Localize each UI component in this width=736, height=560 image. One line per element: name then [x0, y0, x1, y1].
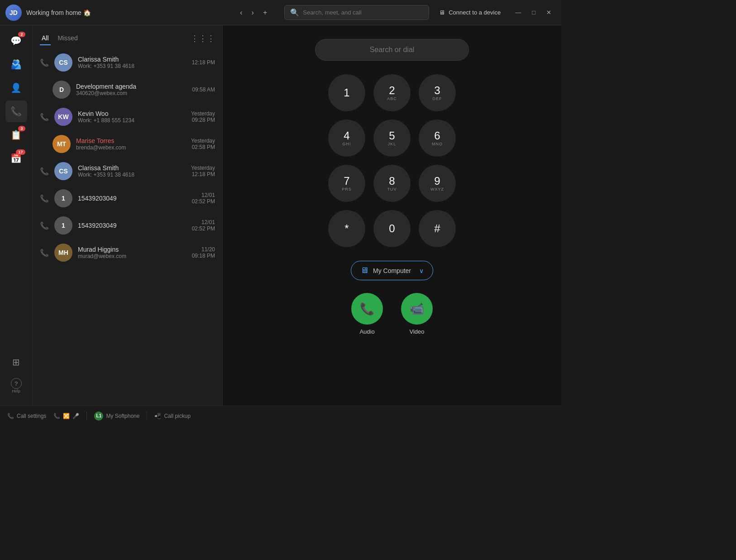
contact-detail: murad@webex.com — [78, 253, 186, 259]
call-status-icon: 📞 — [40, 249, 49, 257]
dial-key-star[interactable]: * — [328, 210, 365, 247]
main-content: 💬 2 🫂 👤 📞 📋 3 📅 17 ⊞ ? Help — [0, 25, 561, 406]
call-status-icon: 📞 — [40, 58, 49, 67]
search-icon: 🔍 — [290, 8, 299, 17]
sidebar-item-help[interactable]: ? Help — [5, 375, 27, 397]
dial-key-letters: PRS — [342, 187, 352, 191]
status-divider — [86, 412, 87, 421]
audio-call-button[interactable]: 📞 — [351, 293, 383, 325]
tab-missed[interactable]: Missed — [56, 32, 80, 45]
sidebar-item-calls[interactable]: 📞 — [5, 101, 27, 122]
contact-time: 09:58 AM — [192, 86, 215, 93]
list-item[interactable]: MT Marise Torres brenda@webex.com Yester… — [33, 130, 222, 158]
list-item[interactable]: 📞 KW Kevin Woo Work: +1 888 555 1234 Yes… — [33, 103, 222, 130]
call-settings-button[interactable]: 📞 Call settings — [7, 413, 46, 419]
sidebar-item-apps[interactable]: ⊞ — [5, 351, 27, 373]
call-pickup-icon: 📲 — [154, 413, 161, 419]
more-options-button[interactable]: ⋮⋮⋮ — [191, 34, 215, 43]
contact-time: Yesterday 02:58 PM — [191, 138, 215, 150]
call-pickup-button[interactable]: 📲 Call pickup — [154, 413, 191, 419]
dial-key-letters: MNO — [432, 142, 443, 146]
close-button[interactable]: ✕ — [542, 7, 556, 18]
device-label: My Computer — [373, 267, 411, 274]
list-item[interactable]: 📞 1 15439203049 12/01 02:52 PM — [33, 212, 222, 239]
connect-device-label: Connect to a device — [449, 9, 501, 16]
sidebar-bottom: ⊞ ? Help — [5, 351, 27, 401]
contact-time: 12/01 02:52 PM — [192, 192, 215, 205]
list-item[interactable]: 📞 MH Murad Higgins murad@webex.com 11/20… — [33, 239, 222, 266]
contact-info: Marise Torres brenda@webex.com — [76, 137, 186, 151]
voicemail-badge: 3 — [18, 126, 25, 131]
connect-device-button[interactable]: 🖥 Connect to a device — [434, 6, 506, 19]
maximize-button[interactable]: □ — [527, 7, 540, 18]
dial-key-num: 0 — [389, 223, 395, 235]
dial-key-num: # — [434, 223, 440, 235]
dial-key-0[interactable]: 0 — [373, 210, 411, 247]
video-call-group: 📹 Video — [401, 293, 433, 335]
status-icon-2: 🔀 — [63, 413, 70, 419]
title-bar: JD Working from home 🏠 ‹ › + 🔍 🖥 Connect… — [0, 0, 561, 25]
dial-key-num: 6 — [434, 130, 440, 142]
call-status-icon: 📞 — [40, 194, 49, 203]
dial-key-9[interactable]: 9 WXYZ — [419, 165, 456, 202]
contact-detail: Work: +1 888 555 1234 — [78, 117, 186, 124]
dialer-panel: 1 2 ABC 3 DEF 4 GHI 5 JKL 6 MNO — [223, 25, 561, 406]
dial-key-7[interactable]: 7 PRS — [328, 165, 365, 202]
contact-info: Clarissa Smith Work: +353 91 38 4618 — [78, 164, 186, 178]
dial-key-2[interactable]: 2 ABC — [373, 74, 411, 111]
contact-info: Clarissa Smith Work: +353 91 38 4618 — [78, 56, 186, 69]
global-search-input[interactable] — [303, 9, 423, 16]
minimize-button[interactable]: — — [511, 7, 526, 18]
dial-key-num: 7 — [344, 175, 349, 187]
contact-name: Marise Torres — [76, 137, 186, 144]
dial-key-4[interactable]: 4 GHI — [328, 120, 365, 157]
list-item[interactable]: D Development agenda 340620@webex.com 09… — [33, 76, 222, 103]
sidebar-item-people[interactable]: 👤 — [5, 77, 27, 99]
nav-add-button[interactable]: + — [259, 7, 271, 19]
contact-info: 15439203049 — [78, 195, 186, 202]
call-status-icon: 📞 — [40, 167, 49, 176]
avatar: MH — [54, 244, 72, 262]
global-search-bar[interactable]: 🔍 — [284, 5, 429, 20]
dial-key-num: * — [344, 223, 349, 235]
dial-key-1[interactable]: 1 — [328, 74, 365, 111]
calendar-badge: 17 — [16, 149, 25, 155]
dial-key-letters: DEF — [433, 96, 442, 101]
dial-key-3[interactable]: 3 DEF — [419, 74, 456, 111]
contacts-header: All Missed ⋮⋮⋮ — [33, 25, 222, 49]
avatar: CS — [54, 162, 72, 180]
chevron-down-icon: ∨ — [419, 267, 424, 274]
dial-key-5[interactable]: 5 JKL — [373, 120, 411, 157]
avatar: KW — [54, 108, 72, 126]
sidebar-item-teams[interactable]: 🫂 — [5, 53, 27, 75]
nav-back-button[interactable]: ‹ — [236, 7, 246, 19]
tab-all[interactable]: All — [40, 32, 51, 45]
contact-name: Clarissa Smith — [78, 56, 186, 63]
dial-key-hash[interactable]: # — [419, 210, 456, 247]
dial-key-6[interactable]: 6 MNO — [419, 120, 456, 157]
contact-info: 15439203049 — [78, 222, 186, 229]
contact-time: Yesterday 12:18 PM — [191, 165, 215, 177]
call-status-icon: 📞 — [40, 113, 49, 121]
video-call-button[interactable]: 📹 — [401, 293, 433, 325]
device-selector-button[interactable]: 🖥 My Computer ∨ — [351, 261, 433, 280]
dial-key-8[interactable]: 8 TUV — [373, 165, 411, 202]
chat-badge: 2 — [18, 32, 25, 37]
call-settings-icon: 📞 — [7, 413, 14, 419]
list-item[interactable]: 📞 CS Clarissa Smith Work: +353 91 38 461… — [33, 158, 222, 185]
help-label: Help — [12, 389, 20, 393]
list-item[interactable]: 📞 1 15439203049 12/01 02:52 PM — [33, 185, 222, 212]
sidebar-item-chat[interactable]: 💬 2 — [5, 30, 27, 52]
list-item[interactable]: 📞 CS Clarissa Smith Work: +353 91 38 461… — [33, 49, 222, 76]
contacts-list: 📞 CS Clarissa Smith Work: +353 91 38 461… — [33, 49, 222, 406]
dial-key-num: 8 — [389, 175, 395, 187]
avatar: MT — [53, 135, 71, 153]
contact-time: Yesterday 09:28 PM — [191, 110, 215, 123]
user-avatar[interactable]: JD — [5, 5, 22, 21]
sidebar-item-voicemail[interactable]: 📋 3 — [5, 124, 27, 146]
softphone-selector[interactable]: L1 My Softphone — [94, 412, 139, 421]
nav-forward-button[interactable]: › — [248, 7, 258, 19]
search-dial-input[interactable] — [315, 39, 469, 61]
sidebar-item-calendar[interactable]: 📅 17 — [5, 148, 27, 169]
apps-icon: ⊞ — [12, 357, 20, 368]
